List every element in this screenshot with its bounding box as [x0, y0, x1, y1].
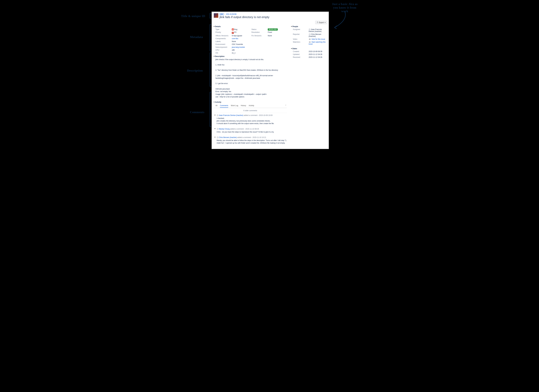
section-description-header[interactable]: Description	[214, 55, 287, 57]
label-assignee: Assignee:	[293, 28, 309, 32]
sort-icon[interactable]: ↑	[285, 104, 286, 108]
value-subcomponent[interactable]: java.lang.module	[232, 46, 245, 48]
toggle-people-icon[interactable]	[291, 26, 292, 27]
label-labels: Labels:	[216, 40, 231, 43]
comment-header: Mandy Chung added a comment - 2015-11-10…	[217, 128, 287, 130]
bracket-comments	[210, 92, 211, 127]
label-watchers: Watchers:	[293, 41, 309, 45]
annotation-top-right: Just a basic Jira as you know it from wo…	[330, 2, 359, 13]
section-people-header[interactable]: People	[291, 25, 327, 28]
tab-comments[interactable]: Comments	[220, 104, 228, 108]
activity-tabs: All Comments Work Log History Activity ↑	[214, 104, 287, 108]
label-subcomponent: Subcomponent:	[216, 46, 231, 48]
value-components[interactable]: core-libs	[232, 38, 238, 40]
section-details-header[interactable]: Details	[214, 25, 287, 28]
details-grid: Type: Bug Status: RESOLVED Priority: 3P3…	[214, 28, 287, 54]
assignee-avatar	[309, 28, 311, 30]
tab-worklog[interactable]: Work Log	[231, 104, 238, 108]
annotation-comments: Comments	[190, 111, 204, 114]
issue-title: jlink fails if output directory is not e…	[219, 15, 327, 19]
comment-avatar	[217, 114, 219, 116]
project-avatar	[214, 13, 218, 18]
export-icon	[317, 21, 318, 24]
comment-toggle-icon[interactable]	[214, 115, 216, 116]
label-status: Status:	[251, 28, 267, 30]
label-components: Component/s:	[216, 38, 231, 40]
reporter-avatar	[309, 33, 311, 35]
bracket-title	[210, 13, 211, 19]
value-resolved: 2015-11-12 04:26	[309, 56, 327, 58]
comment-author-link[interactable]: Chris Bensen (Inactive)	[219, 136, 237, 138]
comment-avatar	[217, 128, 219, 130]
section-activity-title: Activity	[215, 101, 221, 103]
comment-toggle-icon[interactable]	[214, 128, 216, 129]
value-cpu: x86	[232, 49, 251, 51]
comment: Mandy Chung added a comment - 2015-11-10…	[214, 126, 287, 135]
project-link[interactable]: JDK	[219, 13, 224, 15]
dates-grid: Created: 2015-10-09 08:39 Updated: 2015-…	[291, 50, 327, 58]
annotation-arrow	[332, 10, 352, 30]
toggle-dates-icon[interactable]	[291, 48, 292, 49]
annotation-title: Title & unique ID	[181, 14, 205, 18]
value-created: 2015-10-09 08:39	[309, 50, 327, 53]
label-priority: Priority:	[216, 31, 231, 34]
label-affects: Affects Version/s:	[216, 35, 231, 37]
label-votes: Votes:	[293, 38, 309, 40]
label-created: Created:	[293, 50, 309, 53]
watchers-count: 4	[309, 41, 311, 43]
bracket-metadata	[210, 24, 211, 51]
comment-timestamp: 2015-11-10 08:25	[245, 128, 259, 130]
votes-count: 0	[309, 39, 311, 40]
label-type: Type:	[216, 28, 231, 30]
comment-header: Jean-Francois Denise (Inactive) added a …	[217, 114, 287, 116]
jira-issue-panel: JDK / JDK-8139296 jlink fails if output …	[212, 11, 329, 149]
tab-all[interactable]: All	[216, 104, 217, 108]
section-details-title: Details	[215, 25, 221, 28]
people-grid: Assignee: Jean-Francois Denise (Inactive…	[291, 28, 327, 45]
value-resolution: Fixed	[268, 31, 287, 34]
label-resolution: Resolution:	[251, 31, 267, 34]
older-comments-bar[interactable]: 6 older comments	[214, 108, 287, 113]
value-environment: OSX Yosemite	[232, 43, 251, 45]
label-updated: Updated:	[293, 53, 309, 55]
comment-avatar	[217, 136, 219, 138]
label-reporter: Reporter:	[293, 33, 309, 37]
breadcrumb-sep: /	[225, 13, 225, 15]
toggle-description-icon[interactable]	[214, 56, 215, 57]
section-dates-title: Dates	[293, 48, 297, 50]
comment-timestamp: 2015-11-10 10:21	[253, 136, 266, 138]
value-fixversion: None	[268, 35, 287, 37]
issue-key-link[interactable]: JDK-8139296	[226, 13, 236, 15]
section-dates-header[interactable]: Dates	[291, 48, 327, 50]
toggle-activity-icon[interactable]	[214, 102, 215, 102]
value-reporter: Chris Bensen (Inactive)	[309, 33, 327, 37]
value-labels: None	[232, 40, 251, 43]
value-os: os_x	[232, 52, 251, 54]
label-fixversion: Fix Version/s:	[251, 35, 267, 37]
status-badge: RESOLVED	[268, 28, 278, 31]
bug-icon	[232, 28, 234, 30]
comment-author-link[interactable]: Mandy Chung	[219, 128, 230, 130]
comment-author-link[interactable]: Jean-Francois Denise (Inactive)	[219, 114, 243, 116]
section-people-title: People	[293, 25, 298, 28]
vote-link[interactable]: Vote for this issue	[312, 38, 325, 40]
annotation-description: Description	[187, 69, 203, 73]
comment-added-text: added a comment -	[244, 114, 259, 116]
export-button[interactable]: Export ▼	[315, 21, 327, 24]
comment-body: I checked, jlink creates the directory, …	[217, 117, 287, 125]
tab-history[interactable]: History	[241, 104, 246, 108]
comment-toggle-icon[interactable]	[214, 137, 216, 138]
toggle-details-icon[interactable]	[214, 26, 215, 27]
section-activity-header[interactable]: Activity	[214, 101, 287, 103]
value-type: Bug	[232, 28, 251, 30]
watch-link[interactable]: Start watching this issue	[309, 41, 326, 45]
comment-body: Chris - do you have the steps to reprodu…	[217, 131, 287, 133]
value-assignee: Jean-Francois Denise (Inactive)	[309, 28, 327, 32]
tab-activity[interactable]: Activity	[249, 104, 254, 108]
annotation-metadata: Metadata	[190, 35, 203, 39]
comment-added-text: added a comment -	[230, 128, 245, 130]
bracket-description	[210, 52, 211, 87]
label-cpu: CPU:	[216, 49, 231, 51]
value-updated: 2015-11-12 04:26	[309, 53, 327, 55]
section-description-title: Description	[215, 55, 225, 57]
